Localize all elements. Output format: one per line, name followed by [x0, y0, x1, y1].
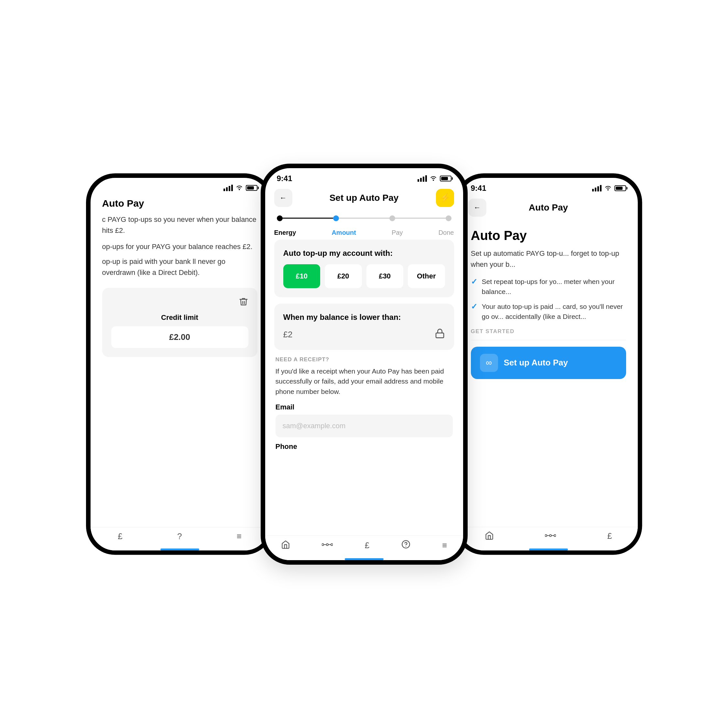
signal-bars-icon — [223, 185, 233, 191]
connect-icon — [322, 541, 333, 549]
left-status-icons — [223, 184, 257, 192]
center-nav-help[interactable] — [401, 540, 410, 551]
right-status-icons — [592, 184, 626, 193]
center-nav-title: Set up Auto Pay — [330, 193, 399, 203]
right-page-title: Auto Pay — [459, 222, 638, 243]
svg-point-3 — [331, 544, 333, 546]
receipt-section-label: NEED A RECEIPT? — [275, 356, 453, 363]
infinity-icon: ∞ — [480, 354, 498, 372]
delete-icon[interactable] — [111, 297, 248, 309]
center-thunder-button[interactable]: ⚡ — [436, 189, 454, 207]
credit-limit-card: Credit limit £2.00 — [102, 288, 257, 357]
right-status-bar: 9:41 — [459, 178, 638, 195]
menu-icon: ≡ — [237, 531, 242, 541]
center-blue-indicator — [345, 558, 384, 560]
wifi-icon — [236, 184, 243, 192]
step-dot-done — [446, 216, 451, 221]
amount-option-10[interactable]: £10 — [283, 264, 321, 288]
step-dot-energy — [277, 216, 283, 221]
right-home-icon — [485, 531, 494, 541]
phones-container: Auto Pay c PAYG top-ups so you never whe… — [24, 164, 704, 565]
right-signal-icon — [592, 185, 601, 191]
center-nav-home[interactable] — [281, 540, 290, 551]
svg-point-2 — [326, 544, 328, 546]
battery-icon — [246, 185, 257, 191]
amount-options: £10 £20 £30 Other — [283, 264, 445, 288]
nav-item-money[interactable]: £ — [118, 531, 122, 541]
svg-point-8 — [545, 535, 547, 537]
right-section-label: GET STARTED — [459, 328, 638, 335]
amount-option-other[interactable]: Other — [408, 264, 445, 288]
right-nav-connect[interactable] — [545, 532, 556, 540]
right-back-button[interactable]: ← — [468, 199, 486, 217]
receipt-text: If you'd like a receipt when your Auto P… — [275, 366, 453, 397]
right-nav-title: Auto Pay — [529, 202, 568, 213]
right-nav-header: ← Auto Pay — [459, 195, 638, 222]
center-pound-icon: £ — [365, 540, 369, 551]
step-dot-amount — [333, 216, 339, 221]
left-blue-indicator — [161, 549, 199, 551]
credit-limit-value: £2.00 — [111, 326, 248, 348]
lock-icon — [435, 328, 445, 341]
credit-limit-label: Credit limit — [111, 314, 248, 322]
email-label: Email — [275, 403, 453, 411]
center-help-icon — [401, 540, 410, 551]
left-bottom-nav: £ ? ≡ — [90, 527, 269, 551]
left-status-bar — [90, 178, 269, 195]
svg-point-10 — [554, 535, 556, 537]
center-bottom-nav: £ ≡ — [265, 535, 463, 560]
balance-card: When my balance is lower than: £2 — [274, 304, 454, 350]
balance-value: £2 — [283, 330, 293, 340]
phone-label: Phone — [275, 442, 453, 451]
center-menu-icon: ≡ — [442, 540, 447, 551]
amount-option-30[interactable]: £30 — [366, 264, 404, 288]
right-pound-icon: £ — [607, 531, 612, 541]
right-nav-home[interactable] — [485, 531, 494, 541]
left-body-text2: op-ups for your PAYG your balance reache… — [90, 239, 269, 254]
nav-item-menu[interactable]: ≡ — [237, 531, 242, 541]
svg-point-9 — [549, 535, 551, 537]
email-input[interactable]: sam@example.com — [275, 414, 453, 437]
left-phone: Auto Pay c PAYG top-ups so you never whe… — [86, 173, 274, 555]
right-check-list: ✓ Set repeat top-ups for yo... meter whe… — [459, 277, 638, 322]
right-battery-icon — [615, 185, 626, 191]
action-btn-label: Set up Auto Pay — [504, 358, 568, 368]
step-label-energy: Energy — [274, 229, 296, 236]
right-wifi-icon — [604, 184, 612, 193]
step-label-amount: Amount — [332, 229, 356, 236]
step-dot-pay — [389, 216, 395, 221]
home-icon — [281, 540, 290, 551]
left-body-text1: c PAYG top-ups so you never when your ba… — [90, 211, 269, 239]
center-phone: 9:41 ← Set up Auto Pay — [261, 164, 468, 565]
check-item-1: ✓ Set repeat top-ups for yo... meter whe… — [471, 277, 626, 297]
center-nav-menu[interactable]: ≡ — [442, 540, 447, 551]
center-nav-money[interactable]: £ — [365, 540, 369, 551]
center-signal-icon — [418, 175, 427, 182]
check-text-1: Set repeat top-ups for yo... meter when … — [482, 277, 626, 297]
center-time: 9:41 — [277, 174, 292, 183]
center-content: Auto top-up my account with: £10 £20 £30… — [265, 236, 463, 463]
center-battery-icon — [440, 176, 451, 181]
step-label-pay: Pay — [392, 229, 403, 236]
right-nav-money[interactable]: £ — [607, 531, 612, 541]
center-nav-header: ← Set up Auto Pay ⚡ — [265, 186, 463, 212]
center-back-button[interactable]: ← — [274, 189, 292, 207]
right-phone: 9:41 ← Auto Pay — [455, 173, 642, 555]
right-bottom-nav: £ — [459, 527, 638, 551]
center-status-bar: 9:41 — [265, 168, 463, 186]
step-line-2 — [339, 218, 389, 219]
help-icon: ? — [177, 531, 182, 541]
step-label-done: Done — [439, 229, 454, 236]
topup-card: Auto top-up my account with: £10 £20 £30… — [274, 240, 454, 297]
check-mark-2: ✓ — [471, 302, 477, 311]
balance-card-title: When my balance is lower than: — [283, 313, 445, 322]
check-mark-1: ✓ — [471, 277, 477, 286]
center-progress-steps — [265, 212, 463, 228]
center-nav-connect[interactable] — [322, 541, 333, 549]
amount-option-20[interactable]: £20 — [325, 264, 362, 288]
nav-item-help[interactable]: ? — [177, 531, 182, 541]
svg-rect-0 — [436, 333, 444, 338]
right-action-button[interactable]: ∞ Set up Auto Pay — [471, 347, 626, 379]
balance-row: £2 — [283, 328, 445, 341]
thunder-icon: ⚡ — [440, 193, 450, 203]
